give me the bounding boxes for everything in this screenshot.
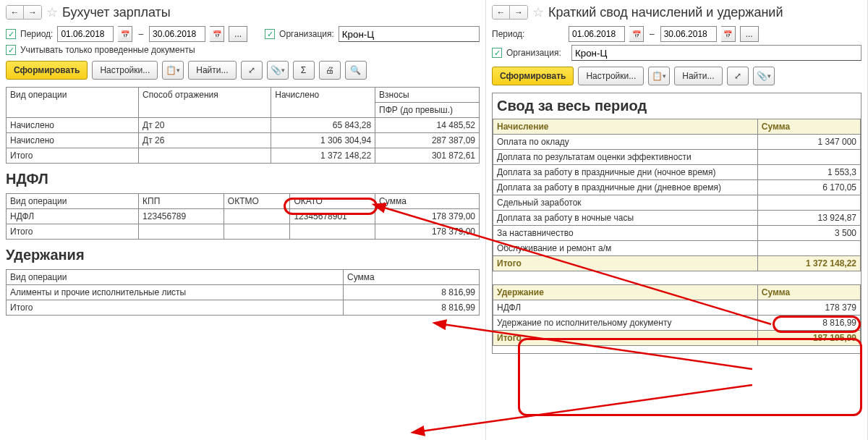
cell: Начислено (7, 118, 139, 133)
send-button[interactable]: 📎 (753, 67, 775, 85)
org-input[interactable] (339, 26, 480, 42)
cell: 1 553,3 (757, 165, 860, 180)
nav-buttons: ← → (492, 5, 528, 20)
th: ОКТМО (224, 194, 290, 209)
org-checkbox[interactable]: ✓ (265, 29, 275, 39)
back-button[interactable]: ← (493, 6, 510, 19)
expand-button[interactable]: ⤢ (241, 61, 263, 80)
header-left: ← → ☆ Бухучет зарплаты (6, 4, 480, 20)
calendar-icon[interactable]: 📅 (118, 26, 132, 42)
cell: 178 379 (757, 300, 860, 316)
table-row: Оплата по окладу1 347 000 (493, 135, 861, 150)
dash: – (650, 29, 655, 39)
cell: Удержание по исполнительному документу (493, 316, 758, 331)
cell: 1 347 000 (757, 135, 860, 150)
table-header-row: Вид операции КПП ОКТМО ОКАТО Сумма (7, 194, 480, 209)
cell: 12345678901 (290, 209, 375, 224)
period-picker-button[interactable]: ... (229, 26, 247, 42)
generate-button[interactable]: Сформировать (6, 61, 88, 80)
forward-button[interactable]: → (510, 6, 527, 19)
settings-button[interactable]: Настройки... (578, 67, 644, 85)
cell: 65 843,28 (271, 118, 375, 133)
table-header-row: Вид операции Способ отражения Начислено … (7, 88, 480, 103)
org-label: Организация: (279, 29, 334, 39)
table-accruals: Вид операции Способ отражения Начислено … (6, 87, 480, 164)
org-input[interactable] (571, 45, 861, 61)
cell: 287 387,09 (375, 133, 480, 148)
table-total-row: Итого 178 379,00 (7, 224, 480, 240)
cell: 8 816,99 (757, 316, 860, 331)
table-total-row: Итого 1 372 148,22 301 872,61 (7, 148, 480, 164)
cell: 14 485,52 (375, 118, 480, 133)
forward-button[interactable]: → (24, 6, 41, 19)
sum-button[interactable]: Σ (293, 61, 315, 80)
cell: Начислено (7, 133, 139, 148)
table-row: Доплата за работу в ночные часы13 924,87 (493, 211, 861, 226)
table-row: Доплата за работу в праздничные дни (ноч… (493, 165, 861, 180)
find-button[interactable]: Найти... (188, 61, 236, 80)
th-accrued: Начислено (271, 88, 375, 118)
cell: Оплата по окладу (493, 135, 758, 150)
cell (757, 150, 860, 165)
table-row: Алименты и прочие исполнительные листы 8… (7, 285, 480, 300)
view-button[interactable]: 🔍 (345, 61, 367, 80)
table-total-row: Итого1 372 148,22 (493, 256, 861, 271)
cell: Алименты и прочие исполнительные листы (7, 285, 344, 300)
cell: Дт 26 (139, 133, 271, 148)
table-row: Сдельный заработок (493, 195, 861, 211)
cell-total-ndfl: 178 379,00 (375, 224, 480, 240)
th-method: Способ отражения (139, 88, 271, 118)
print-button[interactable]: 🖨 (319, 61, 341, 80)
cell (757, 241, 860, 256)
back-button[interactable]: ← (7, 6, 24, 19)
cell: Сдельный заработок (493, 195, 758, 211)
filter-row-2: ✓ Организация: (492, 45, 861, 61)
cell-total-deduct: 8 816,99 (344, 300, 480, 316)
period-picker-button[interactable]: ... (740, 26, 759, 42)
save-variant-button[interactable]: 📋 (648, 67, 670, 85)
table-row: Обслуживание и ремонт а/м (493, 241, 861, 256)
panel-summary: ← → ☆ Краткий свод начислений и удержани… (486, 0, 868, 440)
table-deductions: Вид операции Сумма Алименты и прочие исп… (6, 269, 480, 316)
favorite-icon[interactable]: ☆ (46, 4, 58, 20)
save-variant-button[interactable]: 📋 (162, 61, 184, 80)
calendar-icon[interactable]: 📅 (721, 26, 736, 42)
date-from-input[interactable] (57, 26, 114, 42)
th: Удержание (493, 285, 758, 300)
settings-button[interactable]: Настройки... (92, 61, 158, 80)
cell: НДФЛ (493, 300, 758, 316)
calendar-icon[interactable]: 📅 (210, 26, 224, 42)
date-from-input[interactable] (569, 26, 625, 42)
date-to-input[interactable] (149, 26, 205, 42)
table-summary-accruals: Начисление Сумма Оплата по окладу1 347 0… (493, 119, 861, 271)
table-header-row: Вид операции Сумма (7, 270, 480, 285)
section-deductions-header: Удержания (6, 247, 480, 263)
send-button[interactable]: 📎 (267, 61, 289, 80)
cell: 178 379,00 (375, 209, 480, 224)
cell: 3 500 (757, 226, 860, 241)
org-label: Организация: (506, 48, 567, 58)
dash: – (138, 29, 143, 39)
generate-button[interactable]: Сформировать (492, 67, 574, 85)
period-label: Период: (492, 29, 564, 39)
find-button[interactable]: Найти... (674, 67, 722, 85)
th: Сумма (757, 285, 860, 300)
cell (139, 148, 271, 164)
nav-buttons: ← → (6, 5, 42, 20)
table-header-row: Начисление Сумма (493, 119, 861, 135)
expand-button[interactable]: ⤢ (727, 67, 749, 85)
th-contrib: Взносы (375, 88, 480, 103)
table-summary-deductions: Удержание Сумма НДФЛ178 379 Удержание по… (493, 284, 861, 346)
table-total-row: Итого 8 816,99 (7, 300, 480, 316)
cell: 8 816,99 (344, 285, 480, 300)
period-checkbox[interactable]: ✓ (6, 29, 16, 39)
calendar-icon[interactable]: 📅 (629, 26, 644, 42)
posted-checkbox[interactable]: ✓ (6, 45, 16, 55)
favorite-icon[interactable]: ☆ (532, 4, 544, 20)
org-checkbox[interactable]: ✓ (492, 48, 502, 58)
period-label: Период: (20, 29, 53, 39)
cell: Доплата за работу в ночные часы (493, 211, 758, 226)
cell: Итого (493, 331, 758, 346)
date-to-input[interactable] (660, 26, 717, 42)
summary-header: Свод за весь период (493, 93, 861, 119)
